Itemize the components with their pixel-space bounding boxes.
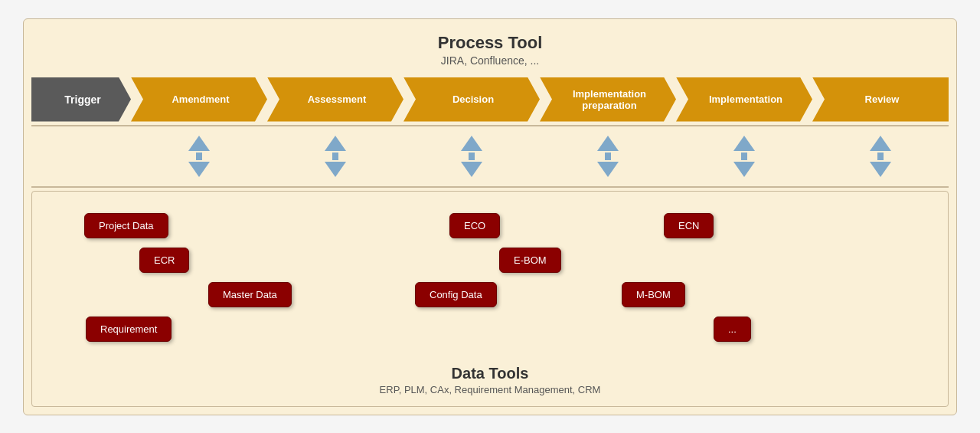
connector-assessment bbox=[267, 136, 403, 177]
connectors-row bbox=[31, 130, 949, 183]
connector-decision bbox=[403, 136, 540, 177]
process-tool-title: Process Tool bbox=[31, 33, 949, 53]
arrow-up-icon bbox=[597, 136, 619, 151]
arrow-up-icon bbox=[188, 136, 210, 151]
arrow-shaft bbox=[605, 153, 611, 160]
arrow-up-icon bbox=[870, 136, 891, 151]
arrow-shaft bbox=[741, 153, 747, 160]
arrow-up-icon bbox=[325, 136, 346, 151]
step-implementation: Implementation bbox=[676, 77, 812, 122]
arrow-shaft bbox=[877, 153, 884, 160]
connector-amendment bbox=[131, 136, 267, 177]
process-tool-section: Process Tool JIRA, Confluence, ... bbox=[31, 27, 949, 71]
arrow-up-icon bbox=[461, 136, 482, 151]
box-ellipsis: ... bbox=[714, 317, 751, 342]
box-ecr: ECR bbox=[139, 248, 189, 273]
box-config-data: Config Data bbox=[415, 282, 497, 307]
arrow-down-icon bbox=[461, 162, 482, 177]
arrow-down-icon bbox=[325, 162, 346, 177]
section-divider-bottom bbox=[31, 186, 949, 188]
arrow-down-icon bbox=[870, 162, 891, 177]
process-tool-subtitle: JIRA, Confluence, ... bbox=[31, 54, 949, 67]
box-master-data: Master Data bbox=[208, 282, 292, 307]
box-m-bom: M-BOM bbox=[622, 282, 685, 307]
diagram-wrapper: Process Tool JIRA, Confluence, ... Trigg… bbox=[23, 18, 957, 415]
arrow-shaft bbox=[332, 153, 338, 160]
double-arrow-impl-prep bbox=[597, 136, 619, 177]
step-assessment: Assessment bbox=[267, 77, 403, 122]
double-arrow-implementation bbox=[733, 136, 755, 177]
box-e-bom: E-BOM bbox=[499, 248, 561, 273]
step-review: Review bbox=[812, 77, 949, 122]
step-amendment: Amendment bbox=[131, 77, 267, 122]
arrow-down-icon bbox=[188, 162, 210, 177]
connector-impl-prep bbox=[540, 136, 676, 177]
arrow-shaft bbox=[469, 153, 475, 160]
step-decision: Decision bbox=[403, 77, 540, 122]
arrow-shaft bbox=[196, 153, 202, 160]
box-project-data: Project Data bbox=[84, 213, 168, 238]
steps-row: Trigger Amendment Assessment Decision Im… bbox=[31, 77, 949, 122]
section-divider-top bbox=[31, 125, 949, 126]
arrow-up-icon bbox=[733, 136, 755, 151]
data-tools-section: Project Data ECR Master Data Requirement… bbox=[31, 191, 949, 407]
connector-implementation bbox=[676, 136, 812, 177]
step-impl-prep: Implementation preparation bbox=[540, 77, 676, 122]
arrow-down-icon bbox=[733, 162, 755, 177]
double-arrow-decision bbox=[461, 136, 482, 177]
arrow-down-icon bbox=[597, 162, 619, 177]
double-arrow-amendment bbox=[188, 136, 210, 177]
double-arrow-assessment bbox=[325, 136, 346, 177]
box-requirement: Requirement bbox=[86, 317, 172, 342]
connector-review bbox=[812, 136, 949, 177]
data-tools-title: Data Tools bbox=[40, 365, 940, 382]
double-arrow-review bbox=[870, 136, 891, 177]
data-tools-subtitle: ERP, PLM, CAx, Requirement Management, C… bbox=[40, 384, 940, 395]
data-items-area: Project Data ECR Master Data Requirement… bbox=[40, 205, 940, 359]
box-ecn: ECN bbox=[664, 213, 714, 238]
step-trigger: Trigger bbox=[31, 77, 131, 122]
box-eco: ECO bbox=[449, 213, 500, 238]
